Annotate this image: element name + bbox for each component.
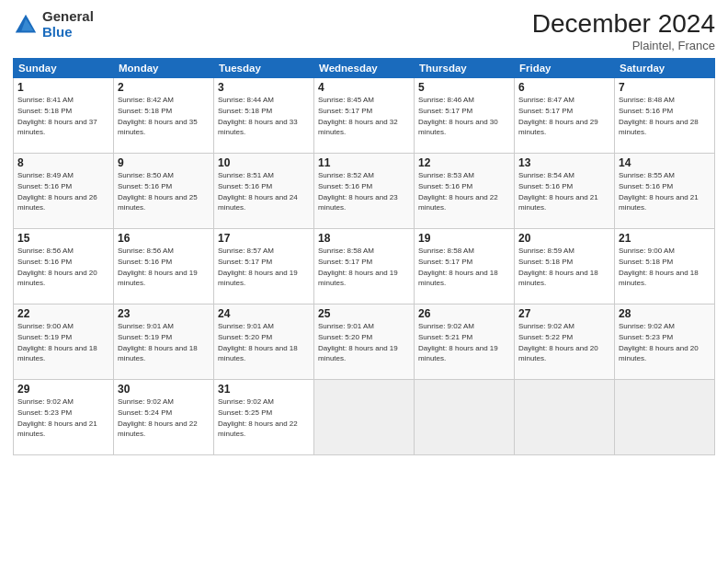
- calendar-cell: 21 Sunrise: 9:00 AMSunset: 5:18 PMDaylig…: [615, 229, 715, 304]
- logo-text: General Blue: [42, 9, 94, 40]
- day-number: 12: [418, 156, 510, 169]
- calendar-cell: 25 Sunrise: 9:01 AMSunset: 5:20 PMDaylig…: [314, 304, 415, 380]
- calendar-cell: 26 Sunrise: 9:02 AMSunset: 5:21 PMDaylig…: [415, 304, 515, 380]
- calendar-week-5: 29 Sunrise: 9:02 AMSunset: 5:23 PMDaylig…: [14, 380, 715, 455]
- day-number: 10: [218, 156, 310, 169]
- day-number: 4: [318, 81, 410, 94]
- day-number: 7: [619, 81, 711, 94]
- day-info: Sunrise: 8:42 AMSunset: 5:18 PMDaylight:…: [118, 96, 198, 136]
- header: General Blue December 2024 Plaintel, Fra…: [13, 9, 715, 52]
- day-number: 11: [318, 156, 410, 169]
- title-block: December 2024 Plaintel, France: [532, 9, 715, 52]
- day-number: 9: [118, 156, 210, 169]
- location: Plaintel, France: [532, 39, 715, 52]
- day-info: Sunrise: 8:56 AMSunset: 5:16 PMDaylight:…: [118, 247, 198, 287]
- calendar-cell: 5 Sunrise: 8:46 AMSunset: 5:17 PMDayligh…: [415, 78, 515, 154]
- day-number: 21: [619, 232, 711, 245]
- calendar-cell: 15 Sunrise: 8:56 AMSunset: 5:16 PMDaylig…: [14, 229, 114, 304]
- col-friday: Friday: [515, 59, 615, 78]
- day-info: Sunrise: 8:57 AMSunset: 5:17 PMDaylight:…: [218, 247, 298, 287]
- day-number: 25: [318, 307, 410, 320]
- logo: General Blue: [13, 9, 94, 40]
- calendar-cell: 6 Sunrise: 8:47 AMSunset: 5:17 PMDayligh…: [515, 78, 615, 154]
- calendar-cell: 23 Sunrise: 9:01 AMSunset: 5:19 PMDaylig…: [114, 304, 214, 380]
- day-info: Sunrise: 9:02 AMSunset: 5:22 PMDaylight:…: [518, 322, 598, 362]
- day-info: Sunrise: 8:46 AMSunset: 5:17 PMDaylight:…: [418, 96, 498, 136]
- day-number: 31: [218, 383, 310, 396]
- day-number: 20: [518, 232, 610, 245]
- col-sunday: Sunday: [14, 59, 114, 78]
- calendar-cell: 28 Sunrise: 9:02 AMSunset: 5:23 PMDaylig…: [615, 304, 715, 380]
- day-info: Sunrise: 8:48 AMSunset: 5:16 PMDaylight:…: [619, 96, 699, 136]
- calendar-week-4: 22 Sunrise: 9:00 AMSunset: 5:19 PMDaylig…: [14, 304, 715, 380]
- calendar-week-2: 8 Sunrise: 8:49 AMSunset: 5:16 PMDayligh…: [14, 154, 715, 229]
- calendar-cell: 27 Sunrise: 9:02 AMSunset: 5:22 PMDaylig…: [515, 304, 615, 380]
- day-number: 13: [518, 156, 610, 169]
- calendar-cell: 9 Sunrise: 8:50 AMSunset: 5:16 PMDayligh…: [114, 154, 214, 229]
- day-info: Sunrise: 9:00 AMSunset: 5:18 PMDaylight:…: [619, 247, 699, 287]
- calendar-week-1: 1 Sunrise: 8:41 AMSunset: 5:18 PMDayligh…: [14, 78, 715, 154]
- calendar-cell: 10 Sunrise: 8:51 AMSunset: 5:16 PMDaylig…: [214, 154, 314, 229]
- calendar-cell: [515, 380, 615, 455]
- calendar-cell: 12 Sunrise: 8:53 AMSunset: 5:16 PMDaylig…: [415, 154, 515, 229]
- day-info: Sunrise: 8:45 AMSunset: 5:17 PMDaylight:…: [318, 96, 398, 136]
- day-number: 3: [218, 81, 310, 94]
- calendar-cell: 4 Sunrise: 8:45 AMSunset: 5:17 PMDayligh…: [314, 78, 415, 154]
- day-number: 23: [118, 307, 210, 320]
- month-title: December 2024: [532, 9, 715, 39]
- calendar-cell: 24 Sunrise: 9:01 AMSunset: 5:20 PMDaylig…: [214, 304, 314, 380]
- day-info: Sunrise: 8:53 AMSunset: 5:16 PMDaylight:…: [418, 171, 498, 212]
- calendar-week-3: 15 Sunrise: 8:56 AMSunset: 5:16 PMDaylig…: [14, 229, 715, 304]
- day-info: Sunrise: 9:00 AMSunset: 5:19 PMDaylight:…: [17, 322, 97, 362]
- calendar-cell: 8 Sunrise: 8:49 AMSunset: 5:16 PMDayligh…: [14, 154, 114, 229]
- day-number: 24: [218, 307, 310, 320]
- day-info: Sunrise: 8:52 AMSunset: 5:16 PMDaylight:…: [318, 171, 398, 212]
- calendar-cell: 17 Sunrise: 8:57 AMSunset: 5:17 PMDaylig…: [214, 229, 314, 304]
- day-number: 1: [17, 81, 109, 94]
- calendar-cell: 29 Sunrise: 9:02 AMSunset: 5:23 PMDaylig…: [14, 380, 114, 455]
- day-number: 28: [619, 307, 711, 320]
- day-info: Sunrise: 8:59 AMSunset: 5:18 PMDaylight:…: [518, 247, 598, 287]
- calendar-cell: 20 Sunrise: 8:59 AMSunset: 5:18 PMDaylig…: [515, 229, 615, 304]
- day-info: Sunrise: 8:44 AMSunset: 5:18 PMDaylight:…: [218, 96, 298, 136]
- calendar-cell: [615, 380, 715, 455]
- day-number: 6: [518, 81, 610, 94]
- calendar-cell: 13 Sunrise: 8:54 AMSunset: 5:16 PMDaylig…: [515, 154, 615, 229]
- day-number: 15: [17, 232, 109, 245]
- calendar-cell: 14 Sunrise: 8:55 AMSunset: 5:16 PMDaylig…: [615, 154, 715, 229]
- logo-icon: [13, 12, 39, 38]
- col-wednesday: Wednesday: [314, 59, 415, 78]
- day-number: 29: [17, 383, 109, 396]
- day-info: Sunrise: 9:02 AMSunset: 5:24 PMDaylight:…: [118, 397, 198, 438]
- day-info: Sunrise: 9:01 AMSunset: 5:20 PMDaylight:…: [318, 322, 398, 362]
- calendar-cell: [415, 380, 515, 455]
- day-number: 18: [318, 232, 410, 245]
- calendar-cell: 19 Sunrise: 8:58 AMSunset: 5:17 PMDaylig…: [415, 229, 515, 304]
- day-number: 2: [118, 81, 210, 94]
- day-info: Sunrise: 9:01 AMSunset: 5:19 PMDaylight:…: [118, 322, 198, 362]
- calendar-cell: 16 Sunrise: 8:56 AMSunset: 5:16 PMDaylig…: [114, 229, 214, 304]
- calendar-page: General Blue December 2024 Plaintel, Fra…: [0, 0, 728, 563]
- day-number: 19: [418, 232, 510, 245]
- day-info: Sunrise: 9:02 AMSunset: 5:23 PMDaylight:…: [619, 322, 699, 362]
- day-number: 17: [218, 232, 310, 245]
- calendar-cell: 3 Sunrise: 8:44 AMSunset: 5:18 PMDayligh…: [214, 78, 314, 154]
- day-info: Sunrise: 8:55 AMSunset: 5:16 PMDaylight:…: [619, 171, 699, 212]
- day-info: Sunrise: 8:49 AMSunset: 5:16 PMDaylight:…: [17, 171, 97, 212]
- header-row: Sunday Monday Tuesday Wednesday Thursday…: [14, 59, 715, 78]
- logo-blue: Blue: [42, 25, 94, 40]
- day-number: 5: [418, 81, 510, 94]
- calendar-cell: 31 Sunrise: 9:02 AMSunset: 5:25 PMDaylig…: [214, 380, 314, 455]
- day-number: 26: [418, 307, 510, 320]
- day-info: Sunrise: 8:58 AMSunset: 5:17 PMDaylight:…: [318, 247, 398, 287]
- col-thursday: Thursday: [415, 59, 515, 78]
- calendar-header: Sunday Monday Tuesday Wednesday Thursday…: [14, 59, 715, 78]
- day-info: Sunrise: 9:01 AMSunset: 5:20 PMDaylight:…: [218, 322, 298, 362]
- calendar-table: Sunday Monday Tuesday Wednesday Thursday…: [13, 58, 715, 455]
- day-number: 14: [619, 156, 711, 169]
- day-number: 8: [17, 156, 109, 169]
- calendar-cell: 22 Sunrise: 9:00 AMSunset: 5:19 PMDaylig…: [14, 304, 114, 380]
- day-number: 22: [17, 307, 109, 320]
- col-monday: Monday: [114, 59, 214, 78]
- day-info: Sunrise: 8:47 AMSunset: 5:17 PMDaylight:…: [518, 96, 598, 136]
